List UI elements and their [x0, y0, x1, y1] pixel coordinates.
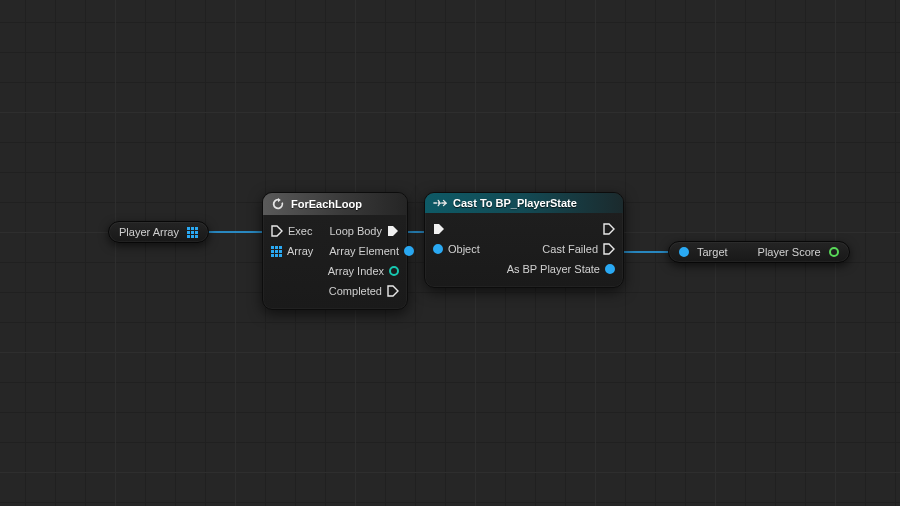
pin-label-target: Target [697, 246, 728, 258]
pin-exec-out[interactable] [595, 223, 623, 235]
exec-pin-icon [271, 225, 283, 237]
data-pin-icon [389, 266, 399, 276]
target-pin-icon[interactable] [679, 247, 689, 257]
array-pin-icon [271, 246, 282, 257]
output-pin-icon[interactable] [829, 247, 839, 257]
array-output-pin-icon[interactable] [187, 227, 198, 238]
node-body: Object Cast Failed As BP Player State [425, 213, 623, 287]
pin-exec-in[interactable] [425, 223, 453, 235]
data-pin-icon [404, 246, 414, 256]
node-header[interactable]: ForEachLoop [263, 193, 407, 215]
pin-loop-body[interactable]: Loop Body [321, 225, 407, 237]
node-cast-to-bp-playerstate[interactable]: Cast To BP_PlayerState Object Cast Faile… [424, 192, 624, 288]
node-header[interactable]: Cast To BP_PlayerState [425, 193, 623, 213]
pin-completed[interactable]: Completed [321, 285, 407, 297]
node-title: ForEachLoop [291, 198, 362, 210]
pin-cast-failed[interactable]: Cast Failed [534, 243, 623, 255]
pin-object-in[interactable]: Object [425, 243, 488, 255]
variable-label: Player Array [119, 226, 179, 238]
exec-pin-icon [433, 223, 445, 235]
variable-get-player-score[interactable]: Target Player Score [668, 241, 850, 263]
data-pin-icon [433, 244, 443, 254]
variable-get-player-array[interactable]: Player Array [108, 221, 209, 243]
cast-icon [433, 197, 447, 209]
exec-pin-icon [387, 225, 399, 237]
data-pin-icon [605, 264, 615, 274]
exec-pin-icon [387, 285, 399, 297]
node-title: Cast To BP_PlayerState [453, 197, 577, 209]
pin-array-element[interactable]: Array Element [321, 245, 422, 257]
pin-label-output: Player Score [758, 246, 821, 258]
pin-array-index[interactable]: Array Index [320, 265, 407, 277]
pin-exec-in[interactable]: Exec [263, 225, 320, 237]
node-foreachloop[interactable]: ForEachLoop Exec Loop Body Array [262, 192, 408, 310]
pin-array-in[interactable]: Array [263, 245, 321, 257]
exec-pin-icon [603, 223, 615, 235]
pin-as-bp-player-state[interactable]: As BP Player State [499, 263, 623, 275]
loop-icon [271, 197, 285, 211]
node-body: Exec Loop Body Array Array Element [263, 215, 407, 309]
exec-pin-icon [603, 243, 615, 255]
